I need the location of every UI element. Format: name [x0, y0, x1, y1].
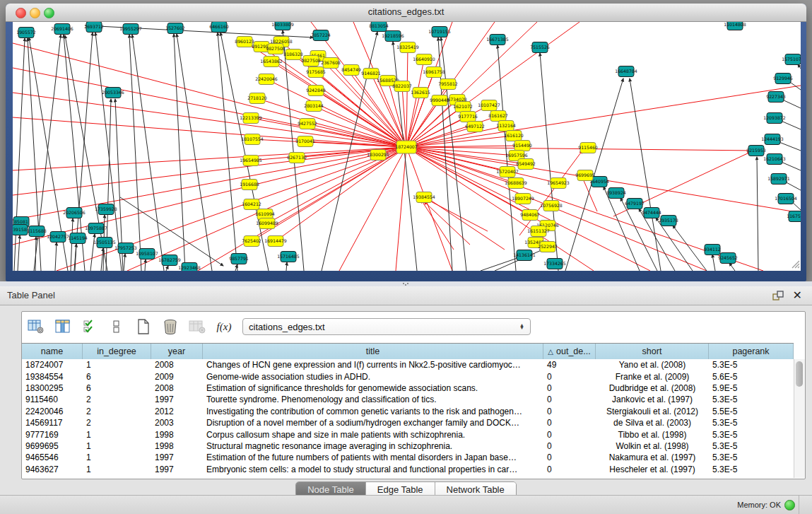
graph-node[interactable]: 7625402	[242, 236, 261, 247]
graph-node[interactable]: 22420046	[255, 74, 278, 85]
table-chooser-dropdown[interactable]: citations_edges.txt ▲▼	[242, 318, 531, 335]
graph-node[interactable]: 8161627	[488, 111, 508, 122]
graph-node[interactable]: 1616120	[504, 131, 524, 141]
graph-node[interactable]: 1621072	[453, 102, 473, 112]
graph-node[interactable]: 19384554	[413, 192, 435, 203]
graph-node[interactable]: 19218596	[382, 31, 404, 42]
graph-node[interactable]: 9699695	[575, 170, 595, 181]
graph-node[interactable]: 9427552	[298, 119, 317, 129]
graph-node[interactable]: 20691406	[51, 24, 73, 35]
graph-node[interactable]: 2718120	[247, 93, 267, 104]
resize-grip[interactable]	[792, 261, 799, 268]
graph-node[interactable]: 12213399	[240, 113, 262, 124]
graph-node[interactable]: 8267130	[287, 153, 307, 163]
table-row[interactable]: 1938455462009Genome-wide association stu…	[22, 370, 794, 382]
graph-node[interactable]: 18300295	[367, 150, 389, 160]
graph-node[interactable]: 9227343	[766, 92, 786, 103]
table-row[interactable]: 977716911998Corpus callosum shape and si…	[22, 428, 794, 440]
graph-node[interactable]: 15751074	[782, 54, 801, 65]
network-canvas[interactable]: 1905572206914062693712109552971527602646…	[13, 22, 801, 271]
graph-node[interactable]: 1604212	[242, 199, 261, 210]
graph-node[interactable]: 20206506	[63, 208, 86, 218]
graph-node[interactable]: 9177716	[458, 112, 478, 122]
graph-node[interactable]: 9115460	[578, 143, 598, 153]
function-builder-icon[interactable]: f(x)	[216, 318, 233, 335]
column-header-title[interactable]: title	[203, 344, 543, 359]
graph-node[interactable]: 1115688	[27, 226, 47, 237]
graph-node[interactable]: 7515526	[530, 42, 550, 53]
graph-node[interactable]: 17359928	[95, 204, 117, 215]
graph-node[interactable]: 9857791	[229, 254, 249, 264]
graph-node[interactable]: 16671385	[486, 35, 509, 45]
panel-divider[interactable]	[0, 281, 812, 286]
column-header-pagerank[interactable]: pagerank	[709, 344, 794, 359]
graph-node[interactable]: 16782759	[158, 255, 181, 266]
graph-node[interactable]: 8938924	[606, 188, 626, 199]
graph-node[interactable]: 8186328	[283, 49, 303, 60]
column-header-short[interactable]: short	[596, 344, 709, 359]
graph-node[interactable]: 1362615	[411, 88, 430, 98]
graph-node[interactable]: 7857224	[311, 30, 331, 41]
graph-node[interactable]: 10955297	[119, 24, 142, 35]
graph-node[interactable]: 8215953	[746, 146, 766, 156]
graph-node[interactable]: 19654985	[240, 156, 262, 166]
table-row[interactable]: 969969511998Structural magnetic resonanc…	[22, 440, 794, 452]
panel-divider-handle[interactable]	[403, 283, 408, 286]
graph-node[interactable]: 9484067	[520, 210, 540, 221]
graph-node[interactable]: 6466160	[209, 22, 229, 33]
graph-node[interactable]: 17016504	[775, 194, 797, 204]
delete-rows-icon[interactable]	[162, 318, 179, 335]
graph-node[interactable]: 2803144	[304, 101, 324, 112]
graph-node[interactable]: 8549492	[516, 159, 536, 170]
graph-node[interactable]: 6479197	[625, 199, 645, 209]
graph-node[interactable]: 16151327	[527, 226, 550, 237]
graph-node[interactable]: 8454749	[341, 65, 361, 76]
graph-node[interactable]: 2693712	[84, 22, 104, 33]
graph-node[interactable]: 12042757	[47, 232, 69, 243]
graph-node[interactable]: 9170041	[295, 136, 315, 147]
select-columns-icon[interactable]	[81, 318, 98, 335]
graph-hub-node[interactable]: 18724007	[395, 141, 418, 153]
graph-node[interactable]: 20053346	[102, 88, 124, 98]
show-columns-icon[interactable]	[54, 318, 71, 335]
graph-node[interactable]: 15892971	[767, 174, 790, 185]
graph-node[interactable]: 16033809	[271, 22, 294, 30]
table-settings-icon[interactable]	[28, 318, 45, 335]
table-row[interactable]: 2242004622012Investigating the contribut…	[22, 406, 794, 417]
graph-node[interactable]: 2522947	[538, 242, 558, 252]
graph-node[interactable]: 11014808	[724, 22, 746, 30]
graph-node[interactable]: 12444193	[761, 134, 784, 145]
graph-node[interactable]: 1527602	[165, 23, 185, 34]
graph-node[interactable]: 9154490	[512, 141, 532, 151]
graph-node[interactable]: 14136141	[513, 250, 536, 261]
graph-node[interactable]: 15720407	[496, 167, 519, 177]
graph-node[interactable]: 2935178	[659, 216, 678, 226]
graph-node[interactable]: 16914479	[264, 236, 287, 247]
graph-node[interactable]: 1167534	[787, 211, 801, 222]
graph-node[interactable]: 10975887	[85, 223, 107, 234]
column-header-year[interactable]: year	[151, 344, 203, 359]
graph-node[interactable]: 16640910	[413, 54, 435, 65]
rows-icon[interactable]	[108, 318, 125, 335]
graph-node[interactable]: 18325419	[396, 42, 419, 53]
graph-node[interactable]: 16543862	[260, 57, 283, 67]
delete-table-icon[interactable]	[189, 318, 206, 335]
column-header-out_de[interactable]: △out_de...	[543, 344, 596, 359]
graph-node[interactable]: 39158	[13, 225, 28, 235]
close-panel-icon[interactable]: ✕	[793, 288, 802, 302]
table-row[interactable]: 1872400712008Changes of HCN gene express…	[22, 359, 794, 370]
graph-node[interactable]: 16961758	[423, 67, 445, 78]
graph-node[interactable]: 10688639	[505, 178, 527, 189]
table-row[interactable]: 946362711997Embryonic stem cells: a mode…	[22, 464, 794, 475]
graph-node[interactable]: 9474444	[642, 208, 661, 218]
graph-node[interactable]: 9129946	[773, 74, 793, 84]
graph-node[interactable]: 16210643	[763, 154, 786, 165]
graph-node[interactable]: 934112	[704, 245, 721, 255]
graph-node[interactable]: 17334265	[543, 259, 566, 269]
new-table-icon[interactable]	[135, 318, 152, 335]
graph-node[interactable]: 9827508	[301, 56, 321, 66]
graph-node[interactable]: 10107427	[478, 100, 500, 111]
graph-node[interactable]: 1145194	[68, 233, 88, 244]
graph-node[interactable]: 1132164	[496, 121, 516, 132]
graph-node[interactable]: 18907249	[512, 194, 534, 204]
